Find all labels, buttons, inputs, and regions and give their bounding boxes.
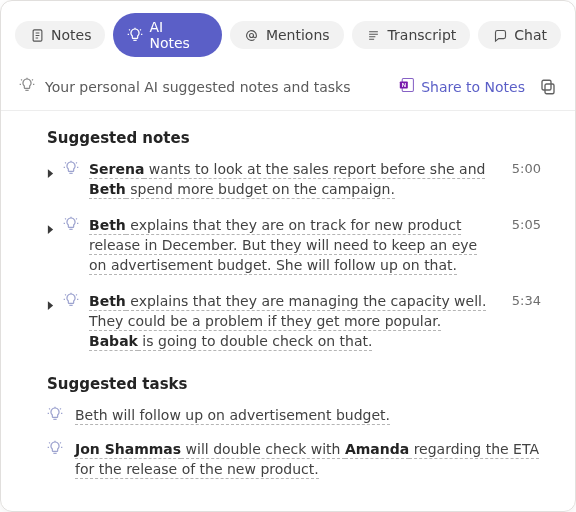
svg-rect-6 [542,80,551,90]
bulb-icon [127,27,143,43]
tab-chat[interactable]: Chat [478,21,561,49]
suggested-notes-header: Suggested notes [47,129,541,147]
bulb-icon [19,77,35,96]
text-segment: Jon Shammas [75,441,181,459]
subtitle-text: Your personal AI suggested notes and tas… [45,79,351,95]
text-segment: Serena [89,161,144,179]
tab-transcript[interactable]: Transcript [352,21,471,49]
copy-icon[interactable] [539,78,557,96]
text-segment: Beth [89,217,126,235]
expand-caret-icon[interactable] [47,221,55,237]
share-to-notes-button[interactable]: N Share to Notes [399,77,525,96]
svg-point-1 [250,33,254,37]
suggested-note-item[interactable]: Beth explains that they are managing the… [47,291,541,351]
suggested-note-item[interactable]: Serena wants to look at the sales report… [47,159,541,199]
svg-text:N: N [402,82,406,88]
note-timestamp[interactable]: 5:05 [507,217,541,232]
task-text: Jon Shammas will double check with Amand… [75,439,541,479]
tab-label: Transcript [388,27,457,43]
text-segment: Beth [89,181,126,199]
tab-label: Mentions [266,27,330,43]
text-segment: spend more budget on the campaign. [126,181,395,199]
svg-rect-5 [545,84,554,94]
tab-notes[interactable]: Notes [15,21,105,49]
note-text: Beth explains that they are on track for… [89,215,493,275]
task-text: Beth will follow up on advertisement bud… [75,405,541,425]
at-icon [244,27,260,43]
bulb-icon [47,440,65,459]
suggested-task-item[interactable]: Jon Shammas will double check with Amand… [47,439,541,479]
share-label: Share to Notes [421,79,525,95]
text-segment: will double check with [181,441,345,459]
tab-label: Chat [514,27,547,43]
note-text: Serena wants to look at the sales report… [89,159,493,199]
note-timestamp[interactable]: 5:00 [507,161,541,176]
bulb-icon [63,160,81,179]
suggested-note-item[interactable]: Beth explains that they are on track for… [47,215,541,275]
onenote-icon: N [399,77,415,96]
text-segment: is going to double check on that. [138,333,373,351]
text-segment: wants to look at the sales report before… [144,161,485,179]
text-segment: Beth [89,293,126,311]
tab-label: AI Notes [149,19,207,51]
bulb-icon [63,292,81,311]
suggested-tasks-header: Suggested tasks [47,375,541,393]
text-segment: explains that they are managing the capa… [89,293,486,331]
tab-ai-notes[interactable]: AI Notes [113,13,221,57]
lines-icon [366,27,382,43]
suggested-task-item[interactable]: Beth will follow up on advertisement bud… [47,405,541,425]
tab-bar: NotesAI NotesMentionsTranscriptChat [1,1,575,67]
tab-mentions[interactable]: Mentions [230,21,344,49]
sub-header: Your personal AI suggested notes and tas… [1,67,575,111]
note-timestamp[interactable]: 5:34 [507,293,541,308]
tab-label: Notes [51,27,91,43]
expand-caret-icon[interactable] [47,297,55,313]
expand-caret-icon[interactable] [47,165,55,181]
note-text: Beth explains that they are managing the… [89,291,493,351]
bulb-icon [63,216,81,235]
text-segment: Beth will follow up on advertisement bud… [75,407,390,425]
content-scroll[interactable]: Suggested notes Serena wants to look at … [1,111,575,511]
text-segment: Babak [89,333,138,351]
text-segment: explains that they are on track for new … [89,217,477,275]
chat-icon [492,27,508,43]
note-icon [29,27,45,43]
text-segment: Amanda [345,441,409,459]
bulb-icon [47,406,65,425]
